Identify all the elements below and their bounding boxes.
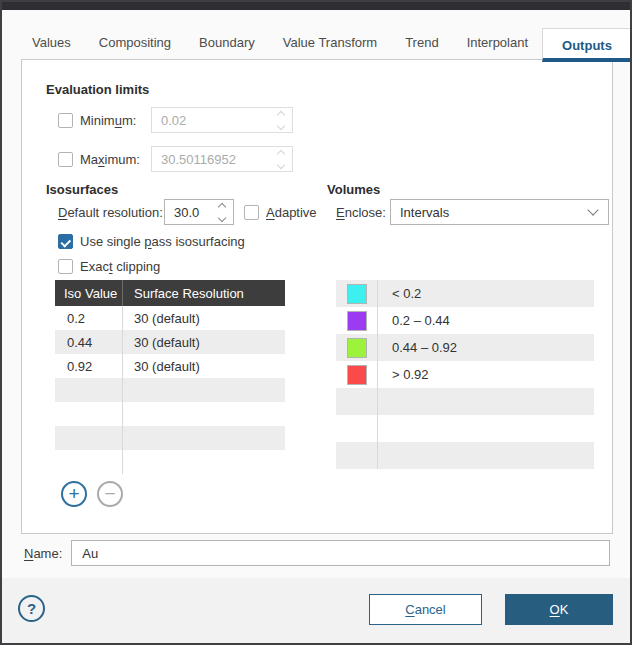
- enclose-selected-value[interactable]: Intervals: [391, 205, 589, 220]
- minimum-row: Minimum:: [58, 107, 136, 133]
- spinner-up-icon: [277, 149, 285, 157]
- interval-color-swatch[interactable]: [347, 338, 367, 358]
- evaluation-limits-title: Evaluation limits: [46, 82, 149, 97]
- name-value[interactable]: Au: [72, 546, 98, 561]
- volumes-title: Volumes: [327, 182, 380, 197]
- list-item[interactable]: < 0.2: [336, 280, 594, 307]
- default-resolution-label: Default resolution:: [58, 199, 163, 225]
- tab-trend[interactable]: Trend: [391, 25, 452, 60]
- single-pass-row: Use single pass isosurfacing: [58, 232, 245, 250]
- default-resolution-spinner[interactable]: [219, 204, 225, 221]
- iso-value-table: Iso Value Surface Resolution 0.230 (defa…: [55, 280, 285, 474]
- enclose-label: Enclose:: [336, 199, 386, 225]
- list-item[interactable]: [336, 388, 594, 415]
- maximum-checkbox[interactable]: [58, 152, 73, 167]
- interval-label: < 0.2: [378, 286, 421, 301]
- exact-clipping-row: Exact clipping: [58, 257, 160, 275]
- table-row[interactable]: [55, 426, 285, 450]
- maximum-spinner: [278, 151, 284, 168]
- tab-compositing[interactable]: Compositing: [85, 25, 185, 60]
- default-resolution-value[interactable]: 30.0: [165, 205, 219, 220]
- isosurfaces-title: Isosurfaces: [46, 182, 118, 197]
- list-item[interactable]: [336, 415, 594, 442]
- iso-table-header: Iso Value Surface Resolution: [55, 280, 285, 306]
- maximum-row: Maximum:: [58, 146, 140, 172]
- table-row[interactable]: [55, 378, 285, 402]
- name-input[interactable]: Au: [71, 540, 610, 566]
- default-resolution-input[interactable]: 30.0: [164, 199, 234, 225]
- color-swatch-cell[interactable]: [336, 361, 378, 388]
- spinner-up-icon[interactable]: [218, 202, 226, 210]
- exact-clipping-checkbox[interactable]: [58, 259, 73, 274]
- name-label: Name:: [24, 546, 62, 561]
- tab-boundary[interactable]: Boundary: [185, 25, 269, 60]
- color-swatch-cell[interactable]: [336, 280, 378, 307]
- interval-label: 0.2 – 0.44: [378, 313, 450, 328]
- minimum-checkbox[interactable]: [58, 113, 73, 128]
- spinner-down-icon[interactable]: [218, 213, 226, 221]
- help-button[interactable]: ?: [18, 595, 45, 622]
- color-swatch-cell[interactable]: [336, 334, 378, 361]
- adaptive-label[interactable]: Adaptive: [266, 205, 317, 220]
- ok-button[interactable]: OK: [505, 594, 613, 625]
- single-pass-label[interactable]: Use single pass isosurfacing: [80, 234, 245, 249]
- interval-color-swatch[interactable]: [347, 284, 367, 304]
- spinner-down-icon: [277, 160, 285, 168]
- list-item[interactable]: [336, 442, 594, 469]
- list-item[interactable]: 0.44 – 0.92: [336, 334, 594, 361]
- interval-color-swatch[interactable]: [347, 311, 367, 331]
- maximum-value: 30.50116952: [152, 152, 278, 167]
- outputs-panel: Evaluation limits Minimum: 0.02 Maximum:…: [21, 59, 613, 534]
- chevron-down-icon[interactable]: [587, 204, 598, 215]
- table-row[interactable]: [55, 402, 285, 426]
- minimum-input: 0.02: [151, 107, 293, 133]
- maximum-label[interactable]: Maximum:: [80, 152, 140, 167]
- adaptive-checkbox[interactable]: [244, 205, 259, 220]
- tab-value-transform[interactable]: Value Transform: [269, 25, 391, 60]
- surface-resolution-column-header: Surface Resolution: [123, 286, 244, 301]
- table-row[interactable]: 0.4430 (default): [55, 330, 285, 354]
- remove-iso-value-button[interactable]: −: [97, 481, 123, 507]
- enclose-dropdown[interactable]: Intervals: [390, 199, 609, 225]
- minimum-spinner: [278, 112, 284, 129]
- cancel-button[interactable]: Cancel: [369, 594, 482, 625]
- minimum-value: 0.02: [152, 113, 278, 128]
- single-pass-checkbox[interactable]: [58, 234, 73, 249]
- minimum-label[interactable]: Minimum:: [80, 113, 136, 128]
- interval-label: 0.44 – 0.92: [378, 340, 457, 355]
- interval-label: > 0.92: [378, 367, 429, 382]
- add-iso-value-button[interactable]: +: [61, 481, 87, 507]
- interpolant-dialog: Values Compositing Boundary Value Transf…: [0, 0, 632, 645]
- exact-clipping-label[interactable]: Exact clipping: [80, 259, 160, 274]
- adaptive-row: Adaptive: [244, 199, 317, 225]
- tab-bar: Values Compositing Boundary Value Transf…: [18, 24, 614, 60]
- table-row[interactable]: [55, 450, 285, 474]
- tab-values[interactable]: Values: [18, 25, 85, 60]
- tab-interpolant[interactable]: Interpolant: [453, 25, 542, 60]
- iso-value-column-header: Iso Value: [55, 280, 123, 306]
- maximum-input: 30.50116952: [151, 146, 293, 172]
- table-row[interactable]: 0.230 (default): [55, 306, 285, 330]
- list-item[interactable]: > 0.92: [336, 361, 594, 388]
- interval-color-swatch[interactable]: [347, 365, 367, 385]
- footer: ? Cancel OK: [2, 578, 630, 643]
- spinner-up-icon: [277, 110, 285, 118]
- color-swatch-cell[interactable]: [336, 307, 378, 334]
- table-row[interactable]: 0.9230 (default): [55, 354, 285, 378]
- spinner-down-icon: [277, 121, 285, 129]
- volume-intervals-list: < 0.2 0.2 – 0.44 0.44 – 0.92 > 0.92: [336, 280, 594, 469]
- list-item[interactable]: 0.2 – 0.44: [336, 307, 594, 334]
- tab-outputs[interactable]: Outputs: [542, 28, 632, 62]
- window-titlebar: [2, 2, 630, 10]
- name-row: Name: Au: [24, 540, 610, 566]
